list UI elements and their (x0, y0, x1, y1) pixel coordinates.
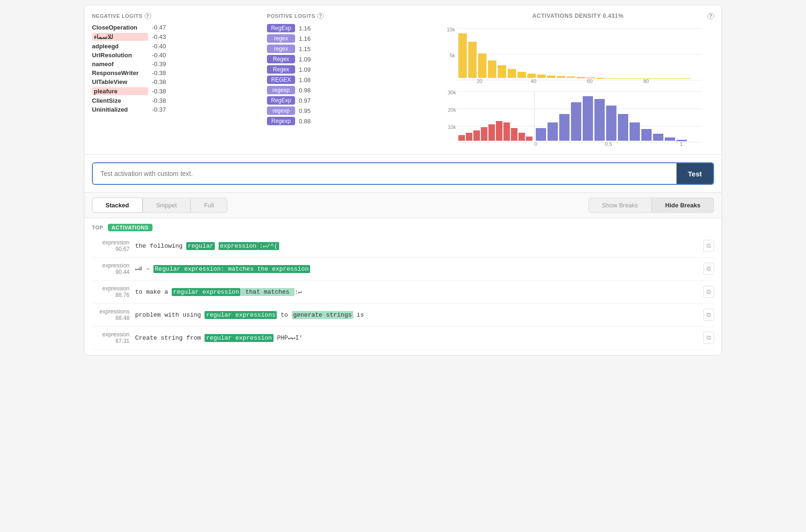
chart-area: 10k 5k 20 40 60 80 (442, 23, 714, 147)
chart-panel: ACTIVATIONS DENSITY 0.431% ? 10k 5k 20 4… (442, 13, 714, 147)
positive-logit-row: RegExp 0.97 (267, 96, 433, 105)
full-button[interactable]: Full (190, 198, 228, 213)
svg-rect-50 (583, 96, 593, 141)
activations-header: TOP ACTIVATIONS (92, 224, 714, 231)
act-text: to make a regular expression that matche… (135, 288, 698, 296)
svg-rect-14 (508, 69, 516, 78)
activation-row: expression 88.76 to make a regular expre… (92, 281, 714, 304)
snippet-button[interactable]: Snippet (143, 198, 190, 213)
pos-value: 1.09 (299, 66, 311, 73)
svg-rect-54 (630, 122, 640, 141)
top-chart: 10k 5k 20 40 60 80 (442, 23, 705, 84)
plain-text: to (277, 312, 291, 319)
plain-text: problem with using (135, 312, 205, 319)
act-label-num: 90.67 (92, 246, 129, 252)
svg-rect-11 (478, 53, 487, 78)
token-badge: regexp (267, 106, 295, 115)
logit-token: nameof (92, 61, 148, 68)
negative-logits-help-icon[interactable]: ? (144, 13, 151, 19)
negative-logit-row: nameof -0.39 (92, 61, 258, 68)
svg-rect-22 (586, 77, 595, 78)
token-badge: REGEX (267, 76, 295, 84)
logit-token: adpleegd (92, 43, 148, 50)
token-badge: Regexp (267, 117, 295, 125)
highlight-dark: Regular expression: matches the expressi… (153, 265, 310, 273)
act-label: expressions 88.48 (92, 308, 129, 321)
chart-help-icon[interactable]: ? (707, 13, 714, 19)
act-text: Create string from regular expression PH… (135, 334, 698, 342)
token-badge: regex (267, 45, 295, 53)
svg-text:40: 40 (531, 78, 536, 84)
svg-rect-12 (488, 61, 496, 78)
plain-text: Create string from (135, 334, 205, 342)
svg-rect-42 (511, 128, 517, 141)
act-label-word: expression (92, 239, 129, 246)
svg-rect-46 (536, 128, 546, 141)
logit-value: -0.38 (152, 88, 171, 95)
activation-rows: expression 90.67 the following regular e… (92, 235, 714, 350)
svg-rect-38 (481, 127, 487, 141)
svg-rect-55 (641, 129, 652, 141)
pos-value: 1.15 (299, 46, 311, 53)
copy-button[interactable]: ⧉ (703, 240, 714, 252)
positive-logits-help-icon[interactable]: ? (317, 13, 324, 19)
svg-rect-44 (526, 137, 532, 141)
pos-value: 0.95 (299, 107, 311, 114)
svg-text:5k: 5k (449, 53, 455, 58)
chart-title: ACTIVATIONS DENSITY 0.431% ? (442, 13, 714, 19)
svg-text:20: 20 (477, 78, 482, 84)
pos-value: 0.98 (299, 87, 311, 94)
activations-section: TOP ACTIVATIONS expression 90.67 the fol… (84, 218, 722, 355)
copy-button[interactable]: ⧉ (703, 332, 714, 344)
spacer (237, 198, 588, 213)
svg-text:0: 0 (534, 141, 537, 147)
activation-row: expression 87.31 Create string from regu… (92, 327, 714, 350)
svg-rect-19 (557, 76, 565, 78)
act-label: expression 88.76 (92, 285, 129, 298)
act-label-word: expression (92, 285, 129, 292)
svg-text:30k: 30k (448, 90, 456, 95)
pos-value: 1.16 (299, 35, 311, 42)
logit-token: ClientSize (92, 97, 148, 104)
main-container: NEGATIVE LOGITS ? CloseOperation -0.47 ل… (84, 5, 722, 356)
copy-button[interactable]: ⧉ (703, 309, 714, 321)
svg-rect-57 (665, 137, 675, 141)
logit-value: -0.47 (152, 24, 171, 31)
copy-button[interactable]: ⧉ (703, 263, 714, 275)
logit-value: -0.40 (152, 43, 171, 50)
top-label: TOP (92, 225, 103, 230)
copy-button[interactable]: ⧉ (703, 286, 714, 298)
positive-logit-row: regex 1.16 (267, 34, 433, 43)
svg-text:0.5: 0.5 (605, 141, 612, 147)
svg-text:10k: 10k (448, 124, 456, 130)
svg-rect-52 (606, 106, 616, 141)
plain-text: :↵ (295, 289, 302, 296)
highlight-light: generate strings (292, 311, 353, 319)
positive-logit-row: Regex 1.09 (267, 65, 433, 74)
negative-logit-row: UrlResolution -0.40 (92, 52, 258, 59)
svg-rect-58 (677, 140, 687, 141)
test-section: Test (84, 155, 722, 193)
svg-rect-10 (468, 42, 477, 78)
activation-row: expressions 88.48 problem with using reg… (92, 304, 714, 327)
logit-value: -0.38 (152, 97, 171, 104)
show-breaks-button[interactable]: Show Breaks (588, 198, 652, 213)
stacked-button[interactable]: Stacked (92, 198, 143, 213)
top-section: NEGATIVE LOGITS ? CloseOperation -0.47 ل… (84, 5, 722, 155)
negative-logits-label: NEGATIVE LOGITS (92, 13, 143, 19)
highlight-dark: regular (186, 242, 215, 250)
test-input[interactable] (93, 163, 677, 184)
svg-rect-36 (466, 133, 472, 141)
test-button[interactable]: Test (677, 163, 713, 184)
plain-text: to make a (135, 289, 172, 296)
token-badge: regex (267, 34, 295, 43)
positive-logit-row: REGEX 1.08 (267, 76, 433, 84)
hide-breaks-button[interactable]: Hide Breaks (652, 198, 714, 213)
negative-logits-rows: CloseOperation -0.47 للاسماء -0.43 adple… (92, 24, 258, 113)
highlight-dark: regular expressions (205, 311, 277, 319)
act-label-word: expression (92, 262, 129, 269)
token-badge: Regex (267, 65, 295, 74)
logit-token: pleafure (92, 87, 148, 95)
negative-logits-panel: NEGATIVE LOGITS ? CloseOperation -0.47 ل… (92, 13, 258, 147)
act-label-word: expressions (92, 308, 129, 315)
